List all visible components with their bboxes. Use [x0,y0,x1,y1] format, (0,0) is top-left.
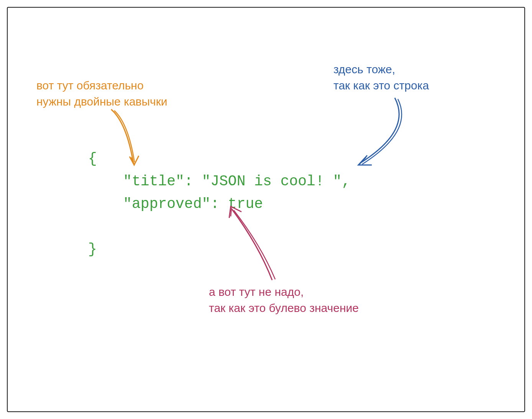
annotation-line: нужны двойные кавычки [36,95,167,108]
arrow-blue-icon [345,96,429,173]
annotation-line: так как это булево значение [209,302,359,314]
code-brace-close: } [88,241,97,257]
annotation-line: вот тут обязательно [36,79,144,92]
annotation-string-quotes: здесь тоже, так как это строка [333,61,429,94]
annotation-line: так как это строка [333,79,429,92]
code-line-approved: "approved": true [88,196,263,212]
annotation-line: а вот тут не надо, [209,285,304,298]
code-brace-open: { [88,150,97,167]
diagram-frame: вот тут обязательно нужны двойные кавычк… [7,7,525,412]
code-line-title: "title": "JSON is cool! ", [88,173,350,190]
json-code-block: { "title": "JSON is cool! ", "approved":… [88,148,350,261]
annotation-boolean-no-quotes: а вот тут не надо, так как это булево зн… [209,284,359,316]
annotation-line: здесь тоже, [333,63,395,76]
annotation-key-quotes: вот тут обязательно нужны двойные кавычк… [36,78,167,110]
